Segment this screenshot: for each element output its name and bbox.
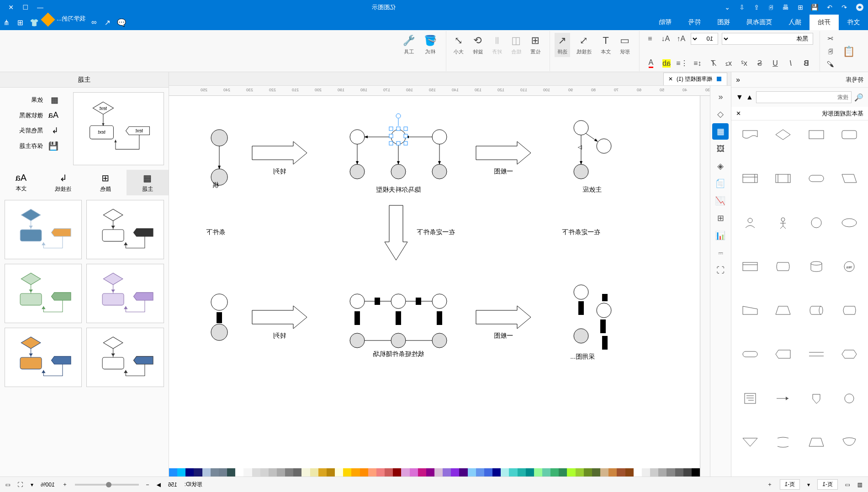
- swatch[interactable]: [202, 468, 211, 476]
- shape-manual-input[interactable]: [735, 300, 765, 321]
- shape-diamond[interactable]: [768, 124, 798, 145]
- prop-effect[interactable]: ▦效果: [4, 92, 65, 108]
- bold-icon[interactable]: B: [800, 58, 812, 69]
- strike-icon[interactable]: S̶: [754, 58, 766, 69]
- vtool-table-icon[interactable]: ⊞: [713, 210, 729, 226]
- fit-width-icon[interactable]: ▭: [5, 482, 11, 488]
- rotate-button[interactable]: ⟳旋转: [470, 33, 486, 57]
- shape-merge[interactable]: [735, 432, 765, 453]
- shape-trap-alt[interactable]: [768, 300, 798, 321]
- fit-icon[interactable]: ⛶: [18, 482, 23, 488]
- shape-parallelogram[interactable]: [834, 168, 864, 189]
- shape-bracket[interactable]: [768, 432, 798, 453]
- plus-icon[interactable]: ⊞: [793, 2, 808, 13]
- swatch[interactable]: [211, 468, 219, 476]
- doc-tab-active[interactable]: 概率图模型 (1) ✕: [663, 73, 727, 85]
- swatch[interactable]: [642, 468, 650, 476]
- menu-help[interactable]: 帮助: [651, 15, 680, 30]
- menu-start[interactable]: 开始: [810, 15, 839, 30]
- menu-view[interactable]: 视图: [709, 15, 738, 30]
- shape-predefined[interactable]: [768, 168, 798, 189]
- status-layout-icon[interactable]: ▥: [857, 482, 863, 488]
- cloud-icon[interactable]: ⇩: [735, 2, 749, 13]
- prop-connector[interactable]: ↳黑色箭头: [4, 123, 65, 138]
- swatch[interactable]: [518, 468, 526, 476]
- swatch[interactable]: [443, 468, 451, 476]
- underline-icon[interactable]: U: [769, 58, 781, 69]
- theme-option-0[interactable]: [87, 200, 164, 259]
- shape-hexagon[interactable]: [834, 344, 864, 365]
- shape-cylinder[interactable]: [801, 256, 831, 277]
- swatch[interactable]: [318, 468, 327, 476]
- swatch[interactable]: [401, 468, 409, 476]
- vtool-chart-icon[interactable]: 📈: [713, 193, 729, 209]
- font-shrink-icon[interactable]: A↓: [660, 33, 672, 45]
- vtool-theme-icon[interactable]: ▦: [713, 123, 729, 140]
- rtab-connector[interactable]: ↳连接线: [42, 170, 84, 195]
- shape-actor[interactable]: [768, 212, 798, 233]
- swatch[interactable]: [185, 468, 194, 476]
- swatch[interactable]: [252, 468, 260, 476]
- shape-circle[interactable]: [801, 212, 831, 233]
- zoom-in-icon[interactable]: ＋: [62, 481, 68, 488]
- swatch[interactable]: [269, 468, 277, 476]
- doc-tab-close-icon[interactable]: ✕: [668, 76, 673, 82]
- minimize-icon[interactable]: —: [33, 2, 48, 13]
- swatch[interactable]: [683, 468, 692, 476]
- text-tool[interactable]: T文本: [598, 33, 614, 57]
- swatch[interactable]: [692, 468, 700, 476]
- position-button[interactable]: ⊞位置: [528, 33, 543, 57]
- shape-double-line[interactable]: [801, 344, 831, 365]
- swatch[interactable]: [509, 468, 517, 476]
- menu-layout[interactable]: 页面布局: [738, 15, 780, 30]
- vtool-page-icon[interactable]: 📄: [713, 175, 729, 192]
- shape-curve[interactable]: [834, 432, 864, 453]
- font-grow-icon[interactable]: A↑: [675, 33, 687, 45]
- align-left-icon[interactable]: ≡: [644, 33, 656, 45]
- swatch[interactable]: [227, 468, 235, 476]
- swatch[interactable]: [302, 468, 310, 476]
- shape-user[interactable]: [735, 212, 765, 233]
- quick-comment-icon[interactable]: 💬: [115, 15, 128, 30]
- rtab-text[interactable]: Aa文本: [0, 170, 42, 195]
- quick-outline-icon[interactable]: 👕: [27, 15, 41, 30]
- fill-button[interactable]: 🪣样式: [422, 33, 439, 57]
- swatch[interactable]: [385, 468, 393, 476]
- vtool-collapse-icon[interactable]: «: [713, 89, 729, 105]
- swatch[interactable]: [592, 468, 600, 476]
- swatch[interactable]: [617, 468, 625, 476]
- drawing-surface[interactable]: 棋 转列: [169, 96, 700, 476]
- subscript-icon[interactable]: x₂: [723, 58, 735, 69]
- theme-option-1[interactable]: [5, 200, 82, 259]
- theme-option-4[interactable]: [87, 328, 164, 387]
- shape-pill[interactable]: [801, 168, 831, 189]
- rtab-theme[interactable]: ▦主题: [127, 170, 169, 195]
- nav-down-icon[interactable]: ▼: [736, 93, 743, 101]
- rtab-color[interactable]: ⊞颜色: [85, 170, 127, 195]
- bullets-icon[interactable]: ⋮≡: [676, 58, 688, 69]
- select-tool[interactable]: ↖选择: [555, 33, 570, 57]
- vtool-image-icon[interactable]: 🖼: [713, 141, 729, 157]
- nav-up-icon[interactable]: ▲: [746, 93, 753, 101]
- italic-icon[interactable]: I: [785, 58, 797, 69]
- shape-rect[interactable]: [801, 124, 831, 145]
- maximize-icon[interactable]: ☐: [18, 2, 33, 13]
- swatch[interactable]: [434, 468, 443, 476]
- shape-display[interactable]: [834, 300, 864, 321]
- swatch[interactable]: [600, 468, 609, 476]
- quick-grid-icon[interactable]: ⊞: [14, 15, 27, 30]
- shape-search-input[interactable]: [756, 91, 852, 103]
- swatch[interactable]: [194, 468, 202, 476]
- swatch[interactable]: [169, 468, 177, 476]
- swatch[interactable]: [526, 468, 534, 476]
- collapse-icon[interactable]: «: [736, 76, 740, 84]
- shape-arrow-left[interactable]: [768, 388, 798, 409]
- swatch[interactable]: [368, 468, 376, 476]
- vtool-layers-icon[interactable]: ◈: [713, 158, 729, 174]
- copy-icon[interactable]: ⎘: [825, 46, 836, 58]
- font-color-icon[interactable]: A: [645, 58, 657, 69]
- swatch[interactable]: [675, 468, 683, 476]
- swatch[interactable]: [634, 468, 642, 476]
- swatch[interactable]: [567, 468, 576, 476]
- status-page-icon[interactable]: ▭: [845, 482, 850, 488]
